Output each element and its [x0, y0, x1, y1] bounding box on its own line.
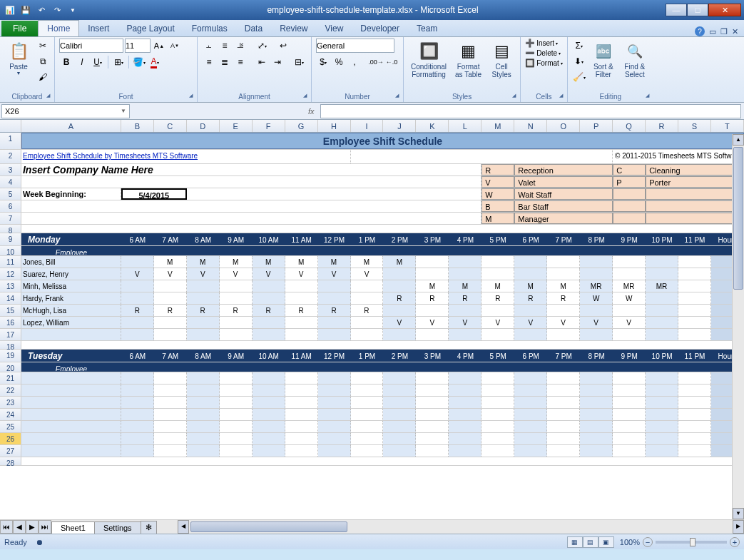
empty[interactable]: [285, 362, 318, 372]
shift-cell[interactable]: [646, 329, 678, 340]
time-header[interactable]: 10 PM: [646, 350, 678, 362]
row-header[interactable]: 26: [0, 433, 21, 444]
merge-center-icon[interactable]: ⊟▾: [292, 55, 306, 69]
shift-cell[interactable]: R: [318, 305, 351, 316]
percent-icon[interactable]: %: [332, 55, 346, 69]
employee-name[interactable]: [21, 421, 121, 432]
legend-code[interactable]: V: [481, 176, 514, 188]
shift-cell[interactable]: [285, 397, 318, 408]
shift-cell[interactable]: [154, 372, 187, 384]
shift-cell[interactable]: [253, 385, 285, 396]
employee-name[interactable]: Jones, Bill: [21, 256, 121, 268]
empty[interactable]: [318, 362, 351, 372]
shift-cell[interactable]: R: [187, 305, 220, 316]
empty[interactable]: [383, 246, 416, 255]
save-icon[interactable]: 💾: [19, 3, 33, 17]
orientation-icon[interactable]: ⤢▾: [255, 39, 269, 53]
shift-cell[interactable]: [646, 445, 678, 457]
shift-cell[interactable]: MR: [613, 280, 646, 292]
shift-cell[interactable]: R: [383, 292, 416, 304]
shift-cell[interactable]: [514, 385, 547, 396]
shift-cell[interactable]: [449, 421, 481, 432]
time-header[interactable]: 11 AM: [285, 233, 318, 245]
empty[interactable]: [514, 362, 547, 372]
shift-cell[interactable]: [351, 292, 384, 304]
shift-cell[interactable]: [678, 421, 711, 432]
font-color-button[interactable]: A▾: [148, 55, 162, 69]
empty[interactable]: [646, 246, 678, 255]
shift-cell[interactable]: [253, 280, 285, 292]
shift-cell[interactable]: [646, 305, 678, 316]
shift-cell[interactable]: [580, 433, 613, 444]
day-header[interactable]: Tuesday: [21, 350, 121, 362]
redo-icon[interactable]: ↷: [50, 3, 64, 17]
shift-cell[interactable]: [351, 409, 384, 420]
shift-cell[interactable]: [285, 317, 318, 328]
shift-cell[interactable]: [154, 445, 187, 457]
row-header[interactable]: 21: [0, 372, 21, 384]
empty[interactable]: [351, 246, 384, 255]
row-header[interactable]: 28: [0, 457, 21, 465]
employee-name[interactable]: Suarez, Henry: [21, 268, 121, 280]
employee-name[interactable]: [21, 445, 121, 457]
column-header[interactable]: D: [187, 120, 220, 132]
shift-cell[interactable]: [285, 280, 318, 292]
shift-cell[interactable]: M: [449, 280, 481, 292]
shift-cell[interactable]: [121, 329, 154, 340]
shift-cell[interactable]: M: [253, 256, 285, 268]
shift-cell[interactable]: [351, 445, 384, 457]
undo-icon[interactable]: ↶: [34, 3, 49, 17]
shift-cell[interactable]: V: [187, 268, 220, 280]
time-header[interactable]: 6 PM: [514, 233, 547, 245]
row-header[interactable]: 16: [0, 317, 21, 328]
shift-cell[interactable]: [121, 421, 154, 432]
week-label[interactable]: Week Beginning:: [21, 188, 121, 200]
close-button[interactable]: ✕: [708, 4, 741, 16]
name-box[interactable]: X26▼: [1, 104, 130, 118]
shift-cell[interactable]: [121, 433, 154, 444]
shift-cell[interactable]: [318, 317, 351, 328]
shift-cell[interactable]: [351, 421, 384, 432]
column-header[interactable]: P: [580, 120, 613, 132]
format-painter-icon[interactable]: 🖌: [36, 70, 50, 84]
time-header[interactable]: 6 AM: [121, 233, 154, 245]
employee-name[interactable]: [21, 409, 121, 420]
shift-cell[interactable]: [416, 329, 449, 340]
format-as-table-button[interactable]: ▦Format as Table: [452, 39, 484, 80]
column-header[interactable]: O: [547, 120, 580, 132]
shift-cell[interactable]: W: [613, 292, 646, 304]
employee-header[interactable]: Employee: [21, 362, 121, 372]
shift-cell[interactable]: [449, 305, 481, 316]
shift-cell[interactable]: [351, 329, 384, 340]
shift-cell[interactable]: [253, 329, 285, 340]
shift-cell[interactable]: [416, 433, 449, 444]
shift-cell[interactable]: [481, 433, 514, 444]
increase-font-icon[interactable]: A▲: [152, 39, 166, 53]
shift-cell[interactable]: [547, 397, 580, 408]
shift-cell[interactable]: [416, 397, 449, 408]
shift-cell[interactable]: [351, 385, 384, 396]
empty[interactable]: [481, 246, 514, 255]
tab-page-layout[interactable]: Page Layout: [118, 21, 183, 36]
shift-cell[interactable]: [285, 445, 318, 457]
shift-cell[interactable]: [481, 329, 514, 340]
shift-cell[interactable]: [318, 372, 351, 384]
font-name-select[interactable]: [59, 39, 123, 53]
row-header[interactable]: 23: [0, 397, 21, 408]
shift-cell[interactable]: M: [481, 280, 514, 292]
time-header[interactable]: 8 PM: [580, 233, 613, 245]
shift-cell[interactable]: [416, 409, 449, 420]
shift-cell[interactable]: [514, 256, 547, 268]
shift-cell[interactable]: [646, 385, 678, 396]
time-header[interactable]: 2 PM: [383, 233, 416, 245]
shift-cell[interactable]: [383, 329, 416, 340]
empty[interactable]: [253, 362, 285, 372]
time-header[interactable]: 1 PM: [351, 233, 384, 245]
shift-cell[interactable]: [613, 385, 646, 396]
shift-cell[interactable]: [416, 372, 449, 384]
shift-cell[interactable]: [285, 421, 318, 432]
shift-cell[interactable]: [154, 292, 187, 304]
time-header[interactable]: 10 AM: [253, 350, 285, 362]
shift-cell[interactable]: [351, 317, 384, 328]
shift-cell[interactable]: [514, 445, 547, 457]
